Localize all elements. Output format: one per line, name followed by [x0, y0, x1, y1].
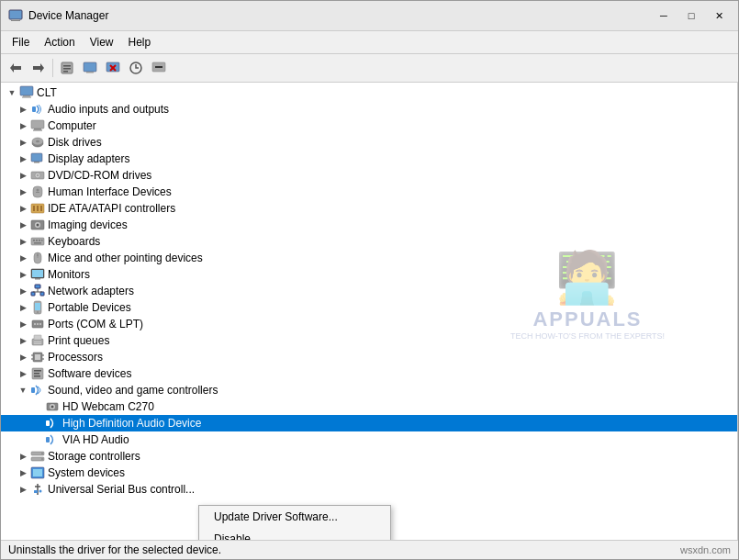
app-icon — [8, 8, 23, 23]
keyboards-expand-icon[interactable]: ▶ — [16, 234, 30, 249]
tree-item-usb[interactable]: ▶ Universal Serial Bus controll... — [1, 481, 737, 498]
svg-rect-85 — [46, 420, 50, 426]
webcam-expand-spacer — [30, 399, 45, 414]
title-bar: Device Manager ─ □ ✕ — [1, 1, 738, 31]
display-label: Display adapters — [48, 152, 129, 165]
mice-icon — [30, 251, 45, 265]
network-expand-icon[interactable]: ▶ — [16, 284, 30, 298]
svg-rect-23 — [33, 130, 42, 131]
disk-expand-icon[interactable]: ▶ — [16, 135, 30, 150]
disk-label: Disk drives — [48, 136, 102, 149]
tree-item-webcam[interactable]: HD Webcam C270 — [1, 398, 737, 415]
print-expand-icon[interactable]: ▶ — [16, 333, 30, 348]
ctx-update[interactable]: Update Driver Software... — [199, 506, 390, 528]
svg-point-96 — [39, 490, 42, 493]
tree-item-ports[interactable]: ▶ Ports (COM & LPT) — [1, 316, 737, 332]
system-expand-icon[interactable]: ▶ — [16, 465, 30, 480]
svg-rect-17 — [20, 86, 33, 95]
tree-item-audio[interactable]: ▶ Audio inputs and outputs — [1, 101, 737, 118]
tree-item-computer[interactable]: ▶ Computer — [1, 118, 737, 134]
usb-label: Universal Serial Bus controll... — [48, 483, 195, 496]
computer-expand-icon[interactable]: ▶ — [16, 118, 30, 133]
tree-item-viahd[interactable]: VIA HD Audio — [1, 431, 737, 448]
forward-button[interactable] — [28, 57, 50, 79]
svg-rect-37 — [37, 206, 39, 211]
svg-rect-20 — [32, 106, 36, 112]
tree-item-network[interactable]: ▶ Network adapters — [1, 283, 737, 299]
ctx-disable[interactable]: Disable — [199, 528, 390, 540]
update-driver-button[interactable] — [79, 57, 101, 79]
display-expand-icon[interactable]: ▶ — [16, 151, 30, 166]
scan-button[interactable] — [125, 57, 147, 79]
status-bar: Uninstalls the driver for the selected d… — [1, 540, 738, 559]
menu-help[interactable]: Help — [121, 33, 159, 51]
dvd-expand-icon[interactable]: ▶ — [16, 168, 30, 183]
sound-expand-icon[interactable]: ▼ — [16, 383, 30, 398]
storage-expand-icon[interactable]: ▶ — [16, 449, 30, 464]
portable-expand-icon[interactable]: ▶ — [16, 300, 30, 315]
tree-item-processors[interactable]: ▶ Processors — [1, 349, 737, 365]
tree-item-software[interactable]: ▶ Software devices — [1, 365, 737, 382]
tree-item-display[interactable]: ▶ Display adapters — [1, 151, 737, 167]
monitors-expand-icon[interactable]: ▶ — [16, 267, 30, 282]
tree-item-monitors[interactable]: ▶ Monitors — [1, 266, 737, 283]
mice-expand-icon[interactable]: ▶ — [16, 251, 30, 265]
svg-rect-18 — [23, 95, 30, 97]
svg-point-90 — [41, 458, 43, 460]
tree-item-portable[interactable]: ▶ Portable Devices — [1, 299, 737, 316]
tree-item-system[interactable]: ▶ System devices — [1, 465, 737, 481]
hdaudio-icon — [45, 416, 60, 431]
viahd-label: VIA HD Audio — [62, 433, 129, 446]
svg-rect-95 — [34, 490, 38, 493]
svg-rect-46 — [41, 240, 43, 241]
main-content: ▼ CLT ▶ — [1, 83, 738, 540]
root-expand-icon[interactable]: ▼ — [5, 85, 19, 100]
menu-view[interactable]: View — [83, 33, 121, 51]
uninstall-button[interactable] — [102, 57, 124, 79]
portable-icon — [30, 300, 45, 315]
software-expand-icon[interactable]: ▶ — [16, 366, 30, 381]
menu-action[interactable]: Action — [37, 33, 82, 51]
webcam-label: HD Webcam C270 — [62, 400, 154, 413]
tree-item-keyboards[interactable]: ▶ Keyboards — [1, 233, 737, 250]
imaging-label: Imaging devices — [48, 218, 128, 231]
svg-rect-10 — [86, 72, 94, 73]
minimize-button[interactable]: ─ — [652, 6, 676, 25]
window-title: Device Manager — [28, 9, 108, 22]
tree-item-disk[interactable]: ▶ Disk drives — [1, 134, 737, 151]
svg-rect-36 — [33, 206, 35, 211]
svg-rect-92 — [33, 469, 42, 476]
imaging-expand-icon[interactable]: ▶ — [16, 218, 30, 232]
tree-item-dvd[interactable]: ▶ DVD/CD-ROM drives — [1, 167, 737, 184]
hdaudio-label: High Definition Audio Device — [62, 417, 201, 430]
tree-item-hdaudio[interactable]: High Definition Audio Device — [1, 415, 737, 431]
disable-button[interactable] — [148, 57, 170, 79]
svg-point-64 — [34, 323, 36, 325]
hid-expand-icon[interactable]: ▶ — [16, 185, 30, 199]
device-manager-window: Device Manager ─ □ ✕ File Action View He… — [0, 0, 739, 560]
tree-item-hid[interactable]: ▶ Human Interface Devices — [1, 184, 737, 200]
usb-expand-icon[interactable]: ▶ — [16, 482, 30, 497]
audio-expand-icon[interactable]: ▶ — [16, 102, 30, 117]
svg-point-41 — [37, 224, 39, 227]
tree-item-mice[interactable]: ▶ Mice and other pointing devices — [1, 250, 737, 266]
menu-file[interactable]: File — [5, 33, 37, 51]
tree-item-imaging[interactable]: ▶ Imaging devices — [1, 217, 737, 233]
properties-button[interactable] — [56, 57, 78, 79]
ide-expand-icon[interactable]: ▶ — [16, 201, 30, 216]
close-button[interactable]: ✕ — [707, 6, 731, 25]
tree-item-storage[interactable]: ▶ Storage controllers — [1, 448, 737, 465]
software-label: Software devices — [48, 367, 131, 380]
storage-label: Storage controllers — [48, 450, 140, 463]
tree-item-print[interactable]: ▶ Print queues — [1, 332, 737, 349]
tree-root[interactable]: ▼ CLT — [1, 84, 737, 101]
processors-expand-icon[interactable]: ▶ — [16, 350, 30, 364]
svg-rect-21 — [31, 120, 44, 129]
tree-item-ide[interactable]: ▶ IDE ATA/ATAPI controllers — [1, 200, 737, 217]
tree-item-sound[interactable]: ▼ Sound, video and game controllers — [1, 382, 737, 398]
ports-expand-icon[interactable]: ▶ — [16, 317, 30, 331]
svg-point-26 — [36, 140, 39, 142]
tree-panel[interactable]: ▼ CLT ▶ — [1, 83, 738, 540]
maximize-button[interactable]: □ — [679, 6, 703, 25]
back-button[interactable] — [5, 57, 27, 79]
